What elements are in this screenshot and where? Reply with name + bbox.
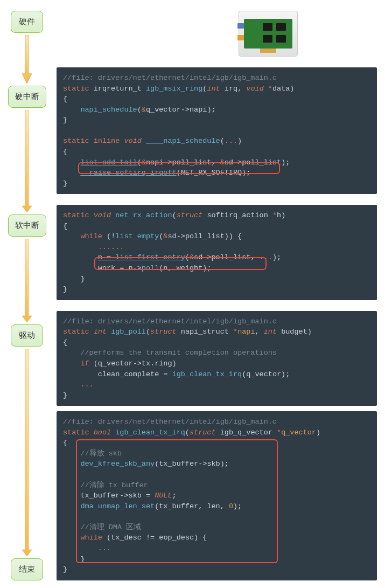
tok: skb <box>207 460 220 468</box>
tok: q_vector <box>146 106 181 114</box>
tok: dma_unmap_len_set <box>80 502 155 510</box>
tok: NULL <box>155 492 172 500</box>
tok: napi <box>237 328 255 336</box>
tok: struct <box>150 328 177 336</box>
stage-soft-interrupt: 软中断 <box>8 215 46 237</box>
tok: sd <box>194 253 202 261</box>
tok: ...... <box>98 243 124 251</box>
tok: //清除 tx_buffer <box>80 481 148 489</box>
stage-hard-interrupt: 硬中断 <box>8 86 46 108</box>
stage-end: 结束 <box>11 558 43 580</box>
tok: //释放 skb <box>80 449 122 458</box>
tok: igb_clean_tx_irq <box>115 428 185 437</box>
tok: list_first_entry <box>115 253 185 261</box>
tok: irq <box>225 85 237 93</box>
tok: while <box>80 534 102 542</box>
tok: poll_list <box>185 232 225 240</box>
file-comment: //file: drivers/net/ethernet/intel/igb/i… <box>63 74 277 82</box>
tok: q_vector <box>98 359 133 368</box>
tok: napi_struct <box>181 328 229 336</box>
tok: int <box>94 328 107 336</box>
code-block-driver-poll: //file: drivers/net/ethernet/intel/igb/i… <box>57 311 377 406</box>
arrow-down-icon <box>22 349 32 556</box>
arrow-down-icon <box>22 35 32 84</box>
tok: __raise_softirq_irqoff <box>80 169 176 177</box>
tok: ... <box>80 381 93 389</box>
code-block-hard-interrupt: //file: drivers/net/ethernet/intel/igb/i… <box>57 67 377 194</box>
tok: n <box>98 253 102 261</box>
tok: int <box>207 85 220 93</box>
tok: static <box>63 211 89 219</box>
tok: void <box>94 211 111 219</box>
tok: napi_schedule <box>80 106 137 114</box>
tok: sd <box>167 232 176 240</box>
stage-hardware: 硬件 <box>11 11 43 33</box>
tok: sd <box>225 158 233 167</box>
tok: eop_desc <box>159 534 194 542</box>
tok: poll_list <box>172 158 212 167</box>
tok: work <box>98 264 115 272</box>
tok: net_rx_action <box>115 211 172 219</box>
tok: tx_buffer <box>80 492 120 500</box>
file-comment: //file: drivers/net/ethernet/intel/igb/i… <box>63 317 277 326</box>
tok: poll_list <box>211 253 250 261</box>
tok: budget <box>281 328 307 336</box>
network-card-icon <box>239 11 298 57</box>
tok: tx_desc <box>111 534 142 542</box>
tok: skb <box>129 492 142 500</box>
tok: poll_list <box>242 158 281 167</box>
diagram-container: 硬件 硬中断 软中断 驱动 结束 <box>8 11 377 580</box>
code-block-clean-tx-irq: //file: drivers/net/ethernet/intel/igb/i… <box>57 411 377 580</box>
tok: struct <box>177 211 203 219</box>
hardware-image-row <box>57 11 377 57</box>
tok: inline <box>94 137 120 145</box>
tok: q_vector <box>281 428 316 437</box>
tok: ... <box>225 137 237 145</box>
tok: //performs the transmit completion opera… <box>80 349 277 357</box>
tok: softirq_action <box>207 211 268 219</box>
tok: static <box>63 328 89 336</box>
tok: ring <box>155 359 172 368</box>
tok: static <box>63 137 89 145</box>
tok: tx_buffer <box>159 502 198 510</box>
tok: void <box>246 85 263 93</box>
tok: dev_kfree_skb_any <box>80 460 155 468</box>
arrow-down-icon <box>22 110 32 212</box>
arrow-down-icon <box>22 239 32 322</box>
file-comment: //file: drivers/net/ethernet/intel/igb/i… <box>63 418 277 426</box>
stage-column: 硬件 硬中断 软中断 驱动 结束 <box>8 11 46 580</box>
tok: h <box>277 211 281 219</box>
tok: //清理 DMA 区域 <box>80 523 141 531</box>
tok: ... <box>260 253 272 261</box>
tok: struct <box>190 428 216 437</box>
tok: list_empty <box>115 232 159 240</box>
tok: while <box>80 232 102 240</box>
tok: poll <box>142 264 159 272</box>
tok: n <box>129 264 133 272</box>
tok: napi <box>146 158 163 167</box>
tok: igb_clean_tx_irq <box>172 370 242 378</box>
content-column: //file: drivers/net/ethernet/intel/igb/i… <box>57 11 377 580</box>
tok: void <box>124 137 141 145</box>
tok: igb_poll <box>111 328 146 336</box>
tok: int <box>264 328 277 336</box>
tok: len <box>207 502 220 510</box>
tok: static <box>63 428 89 437</box>
tok: igb_msix_ring <box>146 85 202 93</box>
tok: napi <box>190 106 207 114</box>
tok: tx <box>142 359 150 368</box>
stage-driver: 驱动 <box>11 324 43 347</box>
tok: ____napi_schedule <box>146 137 220 145</box>
tok: bool <box>94 428 111 437</box>
tok: clean_complete <box>98 370 159 378</box>
tok: ... <box>98 544 111 552</box>
tok: data <box>272 85 290 93</box>
tok: static <box>63 85 89 93</box>
tok: q_vector <box>246 370 281 378</box>
tok: NET_RX_SOFTIRQ <box>181 169 242 177</box>
tok: tx_buffer <box>159 460 198 468</box>
tok: igb_q_vector <box>220 428 272 437</box>
tok: weight <box>177 264 203 272</box>
tok: list_add_tail <box>80 158 137 167</box>
tok: irqreturn_t <box>94 85 142 93</box>
